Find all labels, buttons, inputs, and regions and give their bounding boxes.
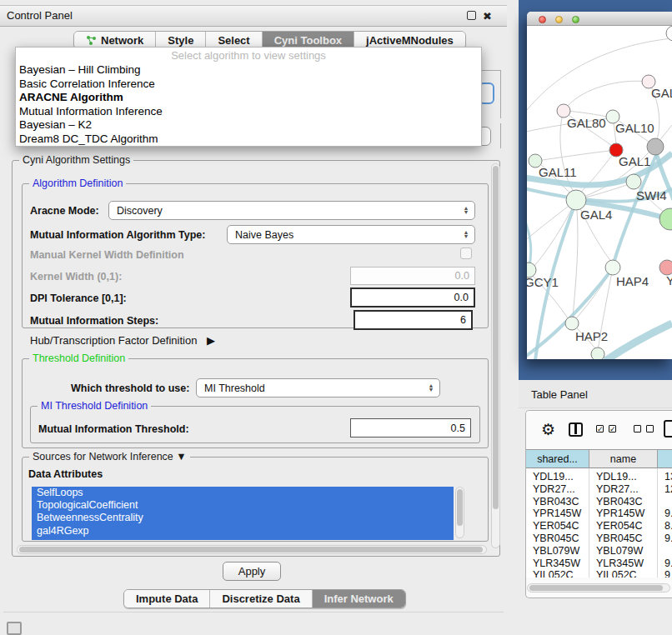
data-attributes-list[interactable]: SelfLoopsTopologicalCoefficientBetweenne… <box>32 487 454 538</box>
select-all-icon[interactable]: ✓ <box>609 425 616 432</box>
algorithm-option[interactable]: ARACNE Algorithm <box>16 91 481 105</box>
columns-icon[interactable] <box>569 422 583 437</box>
mi-threshold-field[interactable]: 0.5 <box>350 418 471 438</box>
network-window[interactable]: GALGAL80GAL10GAL1GAL11SWI4GAL4GCY1HAP4YH… <box>527 12 672 359</box>
which-threshold-combo[interactable]: MI Threshold ▲▼ <box>196 378 440 398</box>
tab-infer-network[interactable]: Infer Network <box>313 590 405 608</box>
table-panel-box: ⚙ ✓ ✓ shared...nameYDL19...YDL19...13YDR… <box>525 410 672 598</box>
apply-button[interactable]: Apply <box>223 562 281 581</box>
table-cell[interactable]: 9. <box>664 532 672 544</box>
document-icon[interactable] <box>664 420 672 438</box>
tab-jactivemnodules[interactable]: jActiveMNodules <box>354 32 465 48</box>
hub-definition-expander[interactable]: Hub/Transcription Factor Definition ▶ <box>30 334 215 347</box>
mi-steps-field[interactable]: 6 <box>354 310 473 330</box>
table-cell[interactable]: YLR345W <box>533 558 580 569</box>
column-header-col2[interactable] <box>658 450 672 468</box>
table-cell[interactable]: 12 <box>664 483 672 495</box>
minimized-panel-icon[interactable] <box>7 622 22 635</box>
algorithm-option[interactable]: Bayesian – Hill Climbing <box>16 63 481 78</box>
table-cell[interactable]: 9 <box>664 569 670 578</box>
attributes-scrollbar[interactable] <box>455 487 464 538</box>
node-hap2[interactable] <box>565 317 579 330</box>
dpi-tolerance-label: DPI Tolerance [0,1]: <box>30 292 127 304</box>
dpi-tolerance-field[interactable]: 0.0 <box>350 288 475 308</box>
node-label: GAL80 <box>567 116 606 130</box>
settings-vertical-scrollbar[interactable] <box>491 163 500 548</box>
node-hap4[interactable] <box>605 260 620 275</box>
table-cell[interactable]: YDL19... <box>596 471 637 482</box>
close-traffic-light-icon[interactable] <box>539 16 546 23</box>
table-cell[interactable]: YIL052C <box>533 569 574 578</box>
node-swi4[interactable] <box>626 174 641 189</box>
attribute-item[interactable]: SelfLoops <box>32 487 454 499</box>
algorithm-option[interactable]: Dream8 DC_TDC Algorithm <box>16 132 481 147</box>
table-cell[interactable]: YBL079W <box>533 545 579 557</box>
node[interactable] <box>591 348 604 359</box>
table-cell[interactable]: 13 <box>664 471 672 482</box>
tab-cyni-toolbox[interactable]: Cyni Toolbox <box>263 32 354 48</box>
float-window-icon[interactable] <box>467 11 476 20</box>
deselect-all-icon[interactable] <box>646 425 654 432</box>
network-edge[interactable] <box>534 200 576 267</box>
manual-kernel-width-checkbox[interactable] <box>460 248 472 259</box>
control-panel: Control Panel ✖ NetworkStyleSelectCyni T… <box>0 0 507 635</box>
aracne-mode-combo[interactable]: Discovery ▲▼ <box>108 201 475 220</box>
network-edge[interactable] <box>527 38 672 110</box>
table-cell[interactable]: YLR345W <box>596 558 644 569</box>
network-edge[interactable] <box>573 200 578 318</box>
table-cell[interactable]: YDR27... <box>596 483 639 495</box>
control-panel-titlebar <box>0 5 507 27</box>
node[interactable] <box>659 208 672 230</box>
column-header-name[interactable]: name <box>589 450 658 468</box>
panel-divider[interactable]: ◂ <box>507 0 519 635</box>
table-cell[interactable]: YBR045C <box>596 532 643 544</box>
tab-label: Impute Data <box>136 592 198 605</box>
minimize-traffic-light-icon[interactable] <box>555 16 563 23</box>
network-edge-strong[interactable] <box>527 208 531 271</box>
table-cell[interactable]: YBL079W <box>596 545 643 557</box>
network-edge[interactable] <box>537 151 609 161</box>
table-cell[interactable]: 9. <box>664 508 672 519</box>
column-header-shared...[interactable]: shared... <box>526 450 589 468</box>
tab-discretize-data[interactable]: Discretize Data <box>210 590 312 608</box>
tab-style[interactable]: Style <box>156 32 206 48</box>
algorithm-option[interactable]: Bayesian – K2 <box>16 118 481 132</box>
close-icon[interactable]: ✖ <box>483 10 492 22</box>
tab-impute-data[interactable]: Impute Data <box>124 590 210 608</box>
table-cell[interactable]: YIL052C <box>596 569 637 578</box>
kernel-width-field[interactable]: 0.0 <box>350 267 475 285</box>
deselect-all-icon[interactable] <box>634 425 641 432</box>
network-graph[interactable]: GALGAL80GAL10GAL1GAL11SWI4GAL4GCY1HAP4YH… <box>527 26 672 359</box>
table-cell[interactable]: YER054C <box>533 520 579 532</box>
table-cell[interactable]: YER054C <box>596 520 643 532</box>
tab-network[interactable]: Network <box>74 32 156 48</box>
zoom-traffic-light-icon[interactable] <box>572 16 579 23</box>
mi-algorithm-type-combo[interactable]: Naive Bayes ▲▼ <box>227 225 475 244</box>
table-cell[interactable]: 9. <box>664 558 672 569</box>
table-cell[interactable]: YBR043C <box>596 496 643 508</box>
table-horizontal-scrollbar[interactable] <box>527 583 670 592</box>
node[interactable] <box>647 138 664 155</box>
attribute-item[interactable]: TopologicalCoefficient <box>32 499 454 512</box>
node-table[interactable]: shared...nameYDL19...YDL19...13YDR27...Y… <box>526 449 672 578</box>
algorithm-option[interactable]: Basic Correlation Inference <box>16 78 481 92</box>
network-edge[interactable] <box>568 81 649 106</box>
table-cell[interactable]: YDR27... <box>533 483 575 495</box>
network-edge-strong[interactable] <box>605 323 672 359</box>
attribute-item[interactable]: BetweennessCentrality <box>32 512 454 524</box>
settings-horizontal-scrollbar[interactable] <box>17 545 487 554</box>
table-cell[interactable]: YDL19... <box>533 471 574 482</box>
algorithm-option[interactable]: Mutual Information Inference <box>16 105 481 119</box>
attribute-item[interactable]: gal4RGexp <box>32 525 454 538</box>
tab-select[interactable]: Select <box>206 32 262 48</box>
network-window-titlebar[interactable] <box>527 12 672 26</box>
select-all-icon[interactable]: ✓ <box>596 425 604 432</box>
gear-icon[interactable]: ⚙ <box>541 422 555 438</box>
table-cell[interactable]: YBR043C <box>533 496 579 508</box>
table-cell[interactable]: YPR145W <box>596 508 644 519</box>
algorithm-dropdown-list: Select algorithm to view settings Bayesi… <box>15 47 482 147</box>
table-cell[interactable]: YPR145W <box>533 508 581 519</box>
table-cell[interactable]: YBR045C <box>533 532 579 544</box>
table-cell[interactable]: 8. <box>664 520 672 532</box>
expander-down-icon[interactable]: ▼ <box>176 451 186 462</box>
